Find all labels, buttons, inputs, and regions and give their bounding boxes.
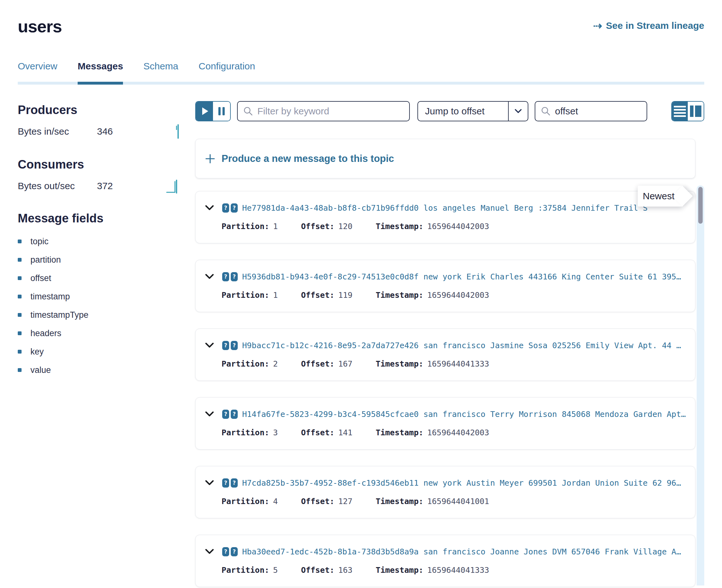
unknown-char-icon: ?	[231, 272, 238, 281]
unknown-char-icon: ?	[222, 203, 229, 213]
field-item-timestamp[interactable]: timestamp	[18, 291, 195, 302]
field-item-partition[interactable]: partition	[18, 254, 195, 265]
messages-toolbar: Filter by keyword Jump to offset	[195, 101, 704, 121]
unknown-char-icon: ?	[231, 410, 238, 419]
bytes-in-label: Bytes in/sec	[18, 126, 97, 137]
field-bullet-icon	[18, 368, 22, 372]
produce-message-button[interactable]: Produce a new message to this topic	[195, 139, 695, 178]
bytes-in-sparkline-icon	[175, 124, 180, 139]
page-header: users ⇢ See in Stream lineage	[18, 0, 704, 36]
field-bullet-icon	[18, 258, 22, 262]
offset-label: Offset:	[301, 359, 334, 369]
message-summary-line: ? ? He77981da-4a43-48ab-b8f8-cb71b96ffdd…	[205, 202, 685, 213]
partition-value: 5	[273, 566, 278, 575]
message-meta-line: Partition:2 Offset:167 Timestamp:1659644…	[222, 359, 685, 369]
timestamp-value: 1659644042003	[427, 222, 489, 231]
message-row[interactable]: ? ? H14fa67fe-5823-4299-b3c4-595845cfcae…	[195, 397, 695, 449]
timestamp-label: Timestamp:	[376, 428, 424, 437]
message-meta-line: Partition:3 Offset:141 Timestamp:1659644…	[222, 428, 685, 437]
message-summary: H14fa67fe-5823-4299-b3c4-595845cfcae0 sa…	[242, 410, 685, 419]
tab-overview[interactable]: Overview	[18, 61, 57, 82]
partition-value: 1	[273, 291, 278, 300]
message-list-scrollbar-track[interactable]	[697, 185, 704, 586]
message-summary-line: ? ? H5936db81-b943-4e0f-8c29-74513e0c0d8…	[205, 271, 685, 282]
play-button[interactable]	[196, 102, 213, 121]
message-list-scrollbar-thumb[interactable]	[698, 187, 703, 224]
jump-to-offset-select[interactable]: Jump to offset	[417, 101, 528, 121]
topic-page: users ⇢ See in Stream lineage Overview M…	[0, 0, 722, 588]
chevron-down-icon[interactable]	[205, 549, 214, 554]
field-label: offset	[30, 273, 51, 283]
field-item-topic[interactable]: topic	[18, 236, 195, 247]
producers-heading: Producers	[18, 103, 195, 117]
filter-placeholder: Filter by keyword	[257, 106, 329, 117]
unknown-char-icon: ?	[222, 410, 229, 419]
sidebar: Producers Bytes in/sec 346 Consumers Byt…	[18, 85, 195, 383]
offset-value: 119	[338, 291, 352, 300]
see-in-stream-lineage-link[interactable]: ⇢ See in Stream lineage	[593, 20, 704, 31]
timestamp-label: Timestamp:	[376, 291, 424, 300]
lineage-link-label: See in Stream lineage	[606, 20, 704, 31]
partition-label: Partition:	[222, 291, 269, 300]
pause-button[interactable]	[213, 102, 230, 121]
field-item-timestampType[interactable]: timestampType	[18, 310, 195, 320]
field-bullet-icon	[18, 239, 22, 243]
play-pause-toggle	[195, 101, 231, 121]
offset-value: 120	[338, 222, 352, 231]
replacement-glyph-icons: ? ?	[222, 272, 238, 281]
message-row[interactable]: ? ? H5936db81-b943-4e0f-8c29-74513e0c0d8…	[195, 260, 695, 312]
column-view-button[interactable]	[688, 102, 704, 121]
message-row[interactable]: ? ? H9bacc71c-b12c-4216-8e95-2a7da727e42…	[195, 329, 695, 381]
message-meta-line: Partition:4 Offset:127 Timestamp:1659644…	[222, 497, 685, 506]
play-icon	[202, 107, 208, 115]
offset-search-input[interactable]: offset	[535, 101, 647, 121]
partition-value: 1	[273, 222, 278, 231]
list-view-button[interactable]	[672, 102, 688, 121]
message-summary-line: ? ? H14fa67fe-5823-4299-b3c4-595845cfcae…	[205, 408, 685, 420]
field-item-key[interactable]: key	[18, 346, 195, 357]
messages-panel: Filter by keyword Jump to offset	[195, 85, 704, 588]
offset-value: 127	[338, 497, 352, 506]
dashed-arrow-right-icon: ⇢	[593, 20, 602, 31]
offset-value: 141	[338, 428, 352, 437]
chevron-down-icon[interactable]	[205, 411, 214, 417]
unknown-char-icon: ?	[231, 547, 238, 556]
bytes-out-metric: Bytes out/sec 372	[18, 180, 180, 192]
offset-label: Offset:	[301, 291, 334, 300]
plus-icon	[205, 154, 215, 164]
newest-tooltip: Newest	[638, 186, 683, 207]
tab-configuration[interactable]: Configuration	[199, 61, 255, 82]
timestamp-value: 1659644042003	[427, 428, 489, 437]
field-item-value[interactable]: value	[18, 365, 195, 375]
keyword-filter-input[interactable]: Filter by keyword	[237, 101, 410, 121]
chevron-down-icon[interactable]	[205, 274, 214, 279]
field-bullet-icon	[18, 350, 22, 354]
message-row[interactable]: ? ? Hba30eed7-1edc-452b-8b1a-738d3b5d8a9…	[195, 535, 695, 587]
search-icon	[541, 106, 551, 116]
tab-schema[interactable]: Schema	[143, 61, 178, 82]
unknown-char-icon: ?	[222, 272, 229, 281]
offset-label: Offset:	[301, 428, 334, 437]
field-label: topic	[30, 237, 48, 247]
bytes-out-sparkline-icon	[166, 178, 180, 193]
field-item-offset[interactable]: offset	[18, 273, 195, 284]
chevron-down-icon	[508, 102, 528, 121]
message-row[interactable]: ? ? He77981da-4a43-48ab-b8f8-cb71b96ffdd…	[195, 191, 695, 243]
search-icon	[243, 106, 253, 116]
field-bullet-icon	[18, 313, 22, 317]
tab-messages[interactable]: Messages	[78, 61, 123, 82]
partition-value: 3	[273, 428, 278, 437]
chevron-down-icon[interactable]	[205, 205, 214, 211]
page-title: users	[18, 17, 62, 36]
offset-search-value: offset	[555, 106, 578, 117]
chevron-down-icon[interactable]	[205, 480, 214, 486]
field-item-headers[interactable]: headers	[18, 328, 195, 339]
newest-tooltip-label: Newest	[643, 191, 676, 202]
field-label: headers	[30, 329, 61, 338]
message-row[interactable]: ? ? H7cda825b-35b7-4952-88ef-c193d546eb1…	[195, 466, 695, 518]
timestamp-label: Timestamp:	[376, 359, 424, 369]
chevron-down-icon[interactable]	[205, 342, 214, 348]
message-summary: H5936db81-b943-4e0f-8c29-74513e0c0d8f ne…	[242, 272, 685, 281]
unknown-char-icon: ?	[231, 203, 238, 213]
replacement-glyph-icons: ? ?	[222, 410, 238, 419]
